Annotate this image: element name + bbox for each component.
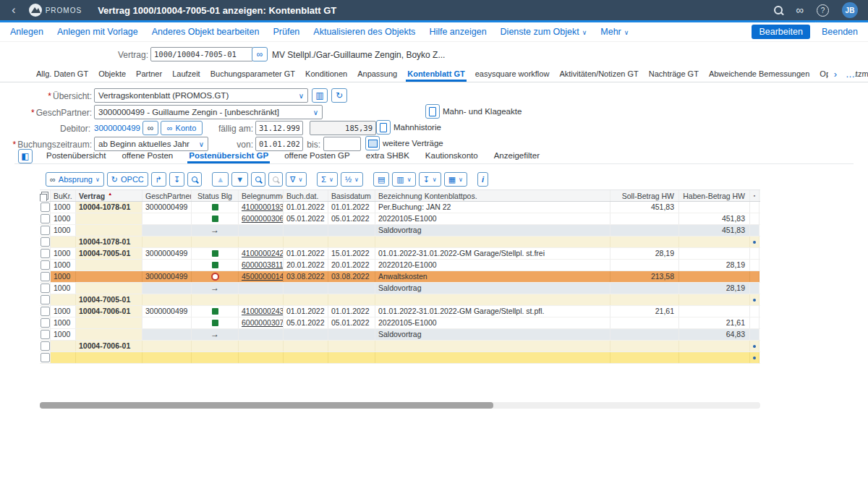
tab-kontenblatt-gt[interactable]: Kontenblatt GT [406,69,466,82]
tab-buchungsparameter-gt[interactable]: Buchungsparameter GT [209,69,297,82]
menu-hilfe-anzeigen[interactable]: Hilfe anzeigen [429,27,486,37]
tab-nachtraege-gt[interactable]: Nachträge GT [647,69,700,82]
tab-overflow-icon[interactable]: … [846,69,855,80]
debitor-link[interactable]: 3000000499 [94,124,140,132]
filter-button[interactable]: ∇ ∨ [286,172,307,187]
column-header[interactable]: Status Blg [192,190,239,201]
sort-ascending-button[interactable]: ▲ [212,172,229,187]
tab-scroll-right-icon[interactable]: › [834,69,837,80]
column-header[interactable]: Buch.dat. [284,190,328,201]
details-button[interactable] [187,172,202,187]
column-header[interactable]: Vertrag▲ [76,190,142,201]
document-number-link[interactable]: 4100000242 [242,249,284,258]
menu-mehr[interactable]: Mehr ∨ [600,27,629,37]
refresh-button[interactable]: ↻ [331,88,347,103]
row-checkbox[interactable] [41,318,50,328]
menu-anlegen[interactable]: Anlegen [10,27,43,37]
sort-descending-button[interactable]: ▼ [231,172,248,187]
vertrag-input[interactable] [150,47,253,61]
subtab-kautionskonto[interactable]: Kautionskonto [424,151,480,163]
tab-abweichende-bemessungen[interactable]: Abweichende Bemessungen [707,69,811,82]
uebersicht-select[interactable]: Vertragskontenblatt (PROMOS.GT) ∨ [94,88,308,103]
faellig-am-input[interactable] [255,121,303,135]
avatar[interactable]: JB [842,2,858,18]
download-document-button[interactable]: ↧ [169,172,184,187]
subtotal-button[interactable]: ½ ∨ [341,172,363,187]
subtab-extra-shbk[interactable]: extra SHBK [365,151,411,163]
row-checkbox[interactable] [41,330,50,339]
document-number-link[interactable]: 4100000193 [242,202,284,212]
geschpartner-select[interactable]: 3000000499 - Guillaume Zengin - [unbesch… [94,105,323,119]
row-checkbox[interactable] [41,272,50,281]
subtab-offene-posten[interactable]: offene Posten [120,151,174,163]
menu-pruefen[interactable]: Prüfen [273,27,299,37]
find-button[interactable] [251,172,265,187]
promos-logo[interactable]: PROMOS [29,4,82,17]
subtab-offene-posten-gp[interactable]: offene Posten GP [283,151,352,163]
document-number-link[interactable]: 4500000014 [242,272,284,281]
column-header[interactable]: GeschPartner [142,190,192,201]
subtab-anzeigefilter[interactable]: Anzeigefilter [493,151,541,163]
bearbeiten-button[interactable]: Bearbeiten [752,25,809,39]
tab-partner[interactable]: Partner [135,69,163,82]
opcc-button[interactable]: ↻ OPCC [107,172,148,187]
beenden-button[interactable]: Beenden [822,27,858,37]
document-number-link[interactable]: 6000000307 [242,318,284,328]
subtab-postenuebersicht-gp[interactable]: Postenübersicht GP [187,151,270,163]
column-header[interactable]: Haben-Betrag HW [679,190,750,201]
export-button[interactable]: ↧ ∨ [419,172,441,187]
row-checkbox[interactable] [41,341,50,351]
row-checkbox[interactable] [41,353,50,362]
tab-aktivitaeten-notizen-gt[interactable]: Aktivitäten/Notizen GT [558,69,639,82]
search-icon[interactable] [774,6,783,14]
horizontal-scrollbar[interactable] [40,402,760,409]
konto-anzeige-button[interactable]: ▥ [312,88,328,103]
print-button[interactable]: ▤ [373,172,389,187]
binoculars-icon[interactable]: ∞ [796,5,804,15]
scrollbar-thumb[interactable] [40,402,493,409]
row-checkbox[interactable] [41,295,50,304]
help-icon[interactable]: ? [817,4,829,17]
column-header[interactable]: Belegnummer [239,190,284,201]
mahnhistorie-button[interactable] [376,120,391,135]
document-number-link[interactable]: 4100000243 [242,307,284,316]
display-document-button[interactable]: ↱ [151,172,166,187]
row-checkbox[interactable] [41,260,50,270]
menu-aktualisieren[interactable]: Aktualisieren des Objekts [313,27,415,37]
menu-anlegen-mit-vorlage[interactable]: Anlegen mit Vorlage [57,27,138,37]
row-checkbox[interactable] [41,249,50,258]
menu-anderes-objekt-bearbeiten[interactable]: Anderes Objekt bearbeiten [152,27,260,37]
subtab-postenuebersicht[interactable]: Postenübersicht [45,151,107,163]
row-checkbox[interactable] [41,226,50,235]
column-header[interactable]: BuKr. [51,190,76,201]
tab-allg-daten-gt[interactable]: Allg. Daten GT [35,69,90,82]
row-checkbox[interactable] [41,307,50,316]
tab-objekte[interactable]: Objekte [97,69,127,82]
tab-easysquare-workflow[interactable]: easysquare workflow [474,69,551,82]
find-next-button[interactable] [268,172,283,187]
tab-laufzeit[interactable]: Laufzeit [171,69,202,82]
row-checkbox[interactable] [41,284,50,293]
row-checkbox[interactable] [41,237,50,247]
tab-konditionen[interactable]: Konditionen [304,69,349,82]
tab-anpassung[interactable]: Anpassung [356,69,399,82]
sum-button[interactable]: Σ ∨ [317,172,338,187]
vertrag-search-button[interactable]: ∞ [252,47,268,61]
mahn-klageakte-button[interactable] [425,104,440,119]
column-header[interactable]: Bezeichnung Kontenblattpos. [375,190,610,201]
info-button[interactable]: i [477,172,488,187]
column-header[interactable]: Basisdatum [328,190,375,201]
absprung-button[interactable]: ∞ Absprung ∨ [46,172,104,187]
document-number-link[interactable]: 6000000306 [242,214,284,223]
klaerungsfall-button[interactable]: ∞ [142,121,158,135]
document-number-link[interactable]: 6000003811 [242,260,284,270]
layout-button[interactable]: ▦ ∨ [444,172,467,187]
geschpartner-cell [142,225,192,236]
back-icon[interactable]: ‹ [12,1,16,20]
row-checkbox[interactable] [41,202,50,212]
select-all-icon[interactable] [41,192,48,200]
row-checkbox[interactable] [41,214,50,223]
views-button[interactable]: ▥ ∨ [392,172,415,187]
menu-dienste-zum-objekt[interactable]: Dienste zum Objekt ∨ [501,27,587,37]
column-header[interactable]: Soll-Betrag HW [610,190,679,201]
